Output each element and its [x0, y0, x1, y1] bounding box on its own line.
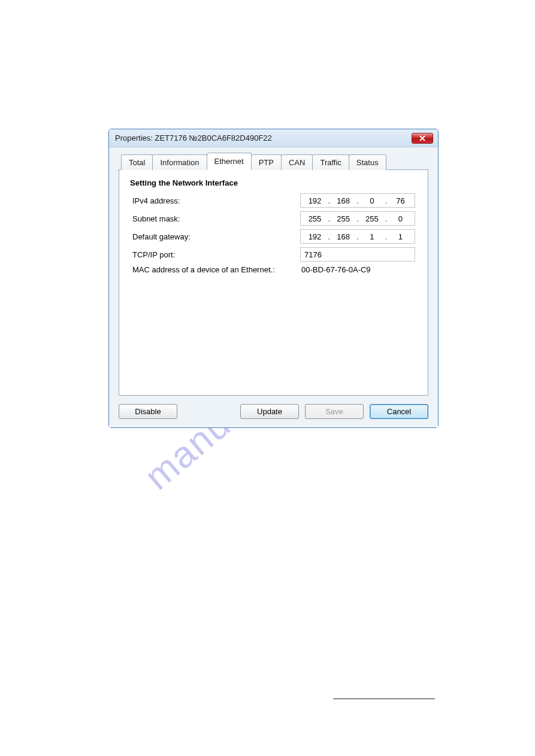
gateway-octet-1[interactable]: 192	[305, 232, 325, 241]
tab-ethernet[interactable]: Ethernet	[207, 153, 252, 170]
port-input[interactable]: 7176	[300, 247, 415, 262]
port-label: TCP/IP port:	[132, 250, 300, 259]
cancel-button[interactable]: Cancel	[370, 404, 428, 419]
row-gateway: Default gateway: 192. 168. 1. 1	[132, 229, 417, 244]
subnet-input[interactable]: 255. 255. 255. 0	[300, 211, 415, 226]
gateway-octet-4[interactable]: 1	[390, 232, 410, 241]
dialog-buttons: Disable Update Save Cancel	[119, 404, 428, 419]
subnet-label: Subnet mask:	[132, 214, 300, 223]
row-ipv4: IPv4 address: 192. 168. 0. 76	[132, 193, 417, 208]
tab-information[interactable]: Information	[152, 154, 207, 170]
mac-value: 00-BD-67-76-0A-C9	[300, 265, 371, 274]
subnet-octet-3[interactable]: 255	[362, 214, 382, 223]
gateway-input[interactable]: 192. 168. 1. 1	[300, 229, 415, 244]
panel-heading: Setting the Network Interface	[130, 178, 417, 187]
ipv4-octet-4[interactable]: 76	[390, 196, 410, 205]
close-button[interactable]	[412, 133, 433, 144]
tab-can[interactable]: CAN	[281, 154, 313, 170]
update-button[interactable]: Update	[240, 404, 299, 419]
ipv4-label: IPv4 address:	[132, 196, 300, 205]
subnet-octet-2[interactable]: 255	[333, 214, 353, 223]
close-icon	[419, 135, 426, 141]
gateway-label: Default gateway:	[132, 232, 300, 241]
gateway-octet-2[interactable]: 168	[333, 232, 353, 241]
ipv4-octet-3[interactable]: 0	[362, 196, 382, 205]
ipv4-octet-2[interactable]: 168	[333, 196, 353, 205]
subnet-octet-1[interactable]: 255	[305, 214, 325, 223]
save-button: Save	[305, 404, 364, 419]
gateway-octet-3[interactable]: 1	[362, 232, 382, 241]
tab-total[interactable]: Total	[121, 154, 153, 170]
tab-strip: Total Information Ethernet PTP CAN Traff…	[119, 153, 428, 169]
subnet-octet-4[interactable]: 0	[390, 214, 410, 223]
dialog-client-area: Total Information Ethernet PTP CAN Traff…	[109, 147, 438, 427]
properties-dialog: Properties: ZET7176 №2B0CA6F82D490F22 To…	[108, 129, 439, 428]
ipv4-octet-1[interactable]: 192	[305, 196, 325, 205]
tab-status[interactable]: Status	[349, 154, 386, 170]
port-value: 7176	[304, 250, 322, 259]
row-mac: MAC address of a device of an Ethernet.:…	[132, 265, 417, 274]
footer-rule	[333, 699, 435, 699]
row-tcp-port: TCP/IP port: 7176	[132, 247, 417, 262]
tab-traffic[interactable]: Traffic	[312, 154, 349, 170]
window-title: Properties: ZET7176 №2B0CA6F82D490F22	[115, 133, 412, 142]
disable-button[interactable]: Disable	[119, 404, 177, 419]
row-subnet: Subnet mask: 255. 255. 255. 0	[132, 211, 417, 226]
tab-ptp[interactable]: PTP	[251, 154, 282, 170]
ethernet-panel: Setting the Network Interface IPv4 addre…	[119, 169, 428, 396]
title-bar: Properties: ZET7176 №2B0CA6F82D490F22	[109, 129, 438, 147]
mac-label: MAC address of a device of an Ethernet.:	[132, 265, 300, 274]
ipv4-input[interactable]: 192. 168. 0. 76	[300, 193, 415, 208]
